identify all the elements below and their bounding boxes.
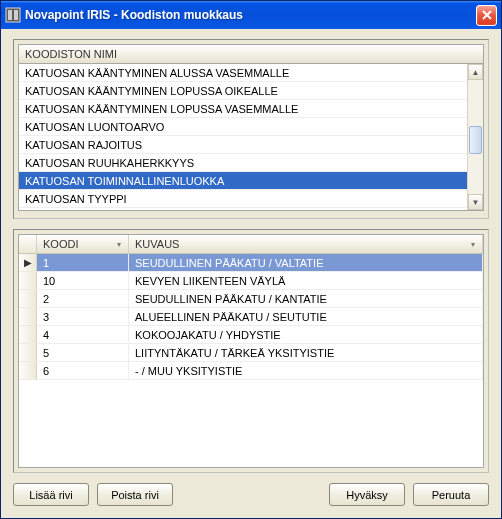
top-list-body: KATUOSAN KÄÄNTYMINEN ALUSSA VASEMMALLEKA… bbox=[18, 63, 484, 211]
grid-body: ▶1SEUDULLINEN PÄÄKATU / VALTATIE10KEVYEN… bbox=[19, 254, 483, 467]
list-item[interactable]: KATUOSAN KÄÄNTYMINEN LOPUSSA OIKEALLE bbox=[19, 82, 483, 100]
app-icon bbox=[5, 7, 21, 23]
accept-button[interactable]: Hyväksy bbox=[329, 483, 405, 506]
button-row: Lisää rivi Poista rivi Hyväksy Peruuta bbox=[13, 483, 489, 506]
row-indicator: ▶ bbox=[19, 254, 37, 272]
cell-koodi[interactable]: 10 bbox=[37, 272, 129, 290]
cell-kuvaus[interactable]: SEUDULLINEN PÄÄKATU / KANTATIE bbox=[129, 290, 483, 308]
cell-koodi[interactable]: 6 bbox=[37, 362, 129, 380]
bottom-panel: KOODI ▾ KUVAUS ▾ ▶1SEUDULLINEN PÄÄKATU /… bbox=[13, 229, 489, 473]
chevron-down-icon[interactable]: ▾ bbox=[112, 237, 126, 251]
list-item[interactable]: KATUOSAN RUUHKAHERKKYYS bbox=[19, 154, 483, 172]
add-row-button[interactable]: Lisää rivi bbox=[13, 483, 89, 506]
cell-koodi[interactable]: 3 bbox=[37, 308, 129, 326]
cell-koodi[interactable]: 5 bbox=[37, 344, 129, 362]
scroll-track[interactable] bbox=[468, 80, 483, 194]
row-indicator bbox=[19, 344, 37, 362]
cell-kuvaus[interactable]: KEVYEN LIIKENTEEN VÄYLÄ bbox=[129, 272, 483, 290]
cancel-button[interactable]: Peruuta bbox=[413, 483, 489, 506]
top-list-header[interactable]: KOODISTON NIMI bbox=[18, 44, 484, 63]
cell-kuvaus[interactable]: ALUEELLINEN PÄÄKATU / SEUTUTIE bbox=[129, 308, 483, 326]
window-title: Novapoint IRIS - Koodiston muokkaus bbox=[25, 8, 476, 22]
list-item[interactable]: KATUOSAN TOIMINNALLINENLUOKKA bbox=[19, 172, 483, 190]
table-row[interactable]: 5LIITYNTÄKATU / TÄRKEÄ YKSITYISTIE bbox=[19, 344, 483, 362]
scroll-up-icon[interactable]: ▲ bbox=[468, 64, 483, 80]
column-header-kuvaus-label: KUVAUS bbox=[135, 238, 179, 250]
cell-koodi[interactable]: 2 bbox=[37, 290, 129, 308]
table-row[interactable]: 4KOKOOJAKATU / YHDYSTIE bbox=[19, 326, 483, 344]
bottom-grid: KOODI ▾ KUVAUS ▾ ▶1SEUDULLINEN PÄÄKATU /… bbox=[18, 234, 484, 468]
chevron-down-icon[interactable]: ▾ bbox=[466, 237, 480, 251]
cell-koodi[interactable]: 1 bbox=[37, 254, 129, 272]
list-item[interactable]: KATUOSAN KÄÄNTYMINEN LOPUSSA VASEMMALLE bbox=[19, 100, 483, 118]
close-button[interactable] bbox=[476, 5, 497, 26]
window: Novapoint IRIS - Koodiston muokkaus KOOD… bbox=[0, 0, 502, 519]
table-row[interactable]: 6 - / MUU YKSITYISTIE bbox=[19, 362, 483, 380]
cell-kuvaus[interactable]: LIITYNTÄKATU / TÄRKEÄ YKSITYISTIE bbox=[129, 344, 483, 362]
content-area: KOODISTON NIMI KATUOSAN KÄÄNTYMINEN ALUS… bbox=[1, 29, 501, 518]
table-row[interactable]: 3ALUEELLINEN PÄÄKATU / SEUTUTIE bbox=[19, 308, 483, 326]
scroll-thumb[interactable] bbox=[469, 126, 482, 155]
column-header-koodi[interactable]: KOODI ▾ bbox=[37, 235, 129, 253]
row-indicator bbox=[19, 362, 37, 380]
table-row[interactable]: ▶1SEUDULLINEN PÄÄKATU / VALTATIE bbox=[19, 254, 483, 272]
svg-rect-2 bbox=[14, 10, 18, 20]
cell-kuvaus[interactable]: - / MUU YKSITYISTIE bbox=[129, 362, 483, 380]
delete-row-button[interactable]: Poista rivi bbox=[97, 483, 173, 506]
top-panel: KOODISTON NIMI KATUOSAN KÄÄNTYMINEN ALUS… bbox=[13, 39, 489, 219]
cell-kuvaus[interactable]: SEUDULLINEN PÄÄKATU / VALTATIE bbox=[129, 254, 483, 272]
list-item[interactable]: KATUOSAN KÄÄNTYMINEN ALUSSA VASEMMALLE bbox=[19, 64, 483, 82]
row-indicator bbox=[19, 326, 37, 344]
row-header-blank bbox=[19, 235, 37, 253]
table-row[interactable]: 2SEUDULLINEN PÄÄKATU / KANTATIE bbox=[19, 290, 483, 308]
column-header-koodi-label: KOODI bbox=[43, 238, 78, 250]
row-indicator bbox=[19, 290, 37, 308]
table-row[interactable]: 10KEVYEN LIIKENTEEN VÄYLÄ bbox=[19, 272, 483, 290]
row-indicator bbox=[19, 272, 37, 290]
row-indicator bbox=[19, 308, 37, 326]
scroll-down-icon[interactable]: ▼ bbox=[468, 194, 483, 210]
cell-kuvaus[interactable]: KOKOOJAKATU / YHDYSTIE bbox=[129, 326, 483, 344]
list-item[interactable]: KATUOSAN RAJOITUS bbox=[19, 136, 483, 154]
titlebar: Novapoint IRIS - Koodiston muokkaus bbox=[1, 1, 501, 29]
list-item[interactable]: KATUOSAN TYYPPI bbox=[19, 190, 483, 208]
top-scrollbar[interactable]: ▲ ▼ bbox=[467, 64, 483, 210]
spacer bbox=[181, 483, 321, 506]
column-header-kuvaus[interactable]: KUVAUS ▾ bbox=[129, 235, 483, 253]
list-item[interactable]: KATUOSAN LUONTOARVO bbox=[19, 118, 483, 136]
grid-header: KOODI ▾ KUVAUS ▾ bbox=[19, 235, 483, 254]
svg-rect-1 bbox=[8, 10, 12, 20]
cell-koodi[interactable]: 4 bbox=[37, 326, 129, 344]
